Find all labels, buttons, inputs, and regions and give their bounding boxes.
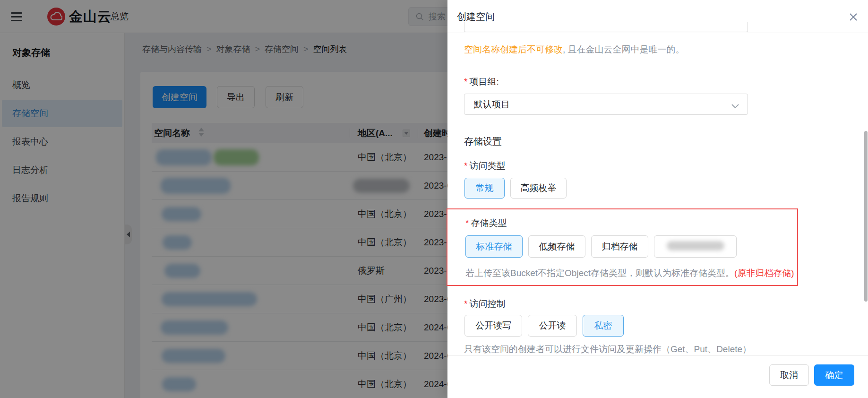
project-group-value: 默认项目 — [474, 94, 510, 114]
storage-class-highlight-box: *存储类型 标准存储 低频存储 归档存储 若上传至该Bucket不指定Objec… — [447, 208, 798, 286]
acl-label: *访问控制 — [464, 298, 505, 310]
bucket-name-input-clipped[interactable] — [464, 22, 748, 32]
redacted-label — [667, 241, 724, 251]
note-rest: , 且在金山云全网中是唯一的。 — [563, 44, 685, 54]
storage-class-option-ia[interactable]: 低频存储 — [528, 235, 585, 258]
required-mark: * — [464, 77, 467, 87]
modal-mask[interactable] — [0, 0, 447, 398]
page-scrollbar[interactable] — [864, 131, 868, 302]
project-group-label: *项目组: — [464, 76, 499, 88]
storage-class-note: 若上传至该Bucket不指定Object存储类型，则默认为标准存储类型。(原非归… — [465, 267, 794, 279]
access-type-option-high-freq[interactable]: 高频枚举 — [510, 178, 567, 199]
drawer-footer: 取消 确定 — [447, 355, 868, 398]
acl-note-clipped: 只有该空间的创建者可以进行文件访问及更新操作（Get、Put、Delete） — [464, 343, 751, 355]
acl-option-private[interactable]: 私密 — [583, 315, 624, 337]
access-type-option-regular[interactable]: 常规 — [464, 178, 505, 199]
drawer-title: 创建空间 — [457, 10, 495, 23]
required-mark: * — [465, 218, 469, 228]
storage-class-label: *存储类型 — [465, 217, 507, 229]
confirm-button[interactable]: 确定 — [814, 364, 854, 386]
close-icon[interactable] — [848, 12, 859, 22]
storage-class-option-archive[interactable]: 归档存储 — [591, 235, 648, 258]
access-type-label: *访问类型 — [464, 160, 505, 172]
app-screen: 金山云 总览 搜索 对象存储 概览 存储空间 报表中心 日志分析 报告规则 存储… — [0, 0, 868, 398]
create-bucket-drawer: 创建空间 空间名称创建后不可修改, 且在金山云全网中是唯一的。 *项目组: 默认… — [447, 0, 868, 398]
required-mark: * — [464, 161, 467, 171]
storage-class-option-redacted[interactable] — [654, 235, 737, 258]
chevron-down-icon — [731, 102, 739, 111]
cancel-button[interactable]: 取消 — [769, 364, 809, 386]
storage-class-option-standard[interactable]: 标准存储 — [465, 235, 523, 258]
acl-option-public-rw[interactable]: 公开读写 — [464, 315, 522, 337]
acl-option-public-read[interactable]: 公开读 — [528, 315, 577, 337]
required-mark: * — [464, 299, 467, 309]
storage-class-note-red: (原非归档存储) — [734, 268, 794, 278]
storage-settings-section-title: 存储设置 — [464, 135, 502, 148]
note-highlight: 空间名称创建后不可修改 — [464, 44, 563, 54]
project-group-select[interactable]: 默认项目 — [464, 94, 748, 115]
bucket-name-note: 空间名称创建后不可修改, 且在金山云全网中是唯一的。 — [464, 43, 685, 56]
